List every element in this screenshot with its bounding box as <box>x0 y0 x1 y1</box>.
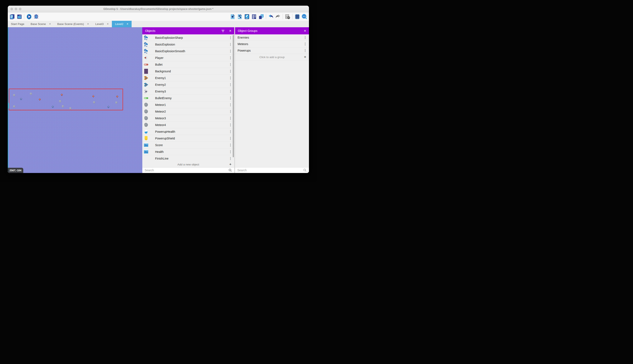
tab-close-icon[interactable]: ✕ <box>87 23 89 25</box>
object-row[interactable]: BulletEnemy ⋮ <box>142 95 234 102</box>
minimize-window-icon[interactable] <box>15 8 17 10</box>
layers-icon[interactable] <box>258 14 264 20</box>
groups-search-input[interactable] <box>237 168 303 172</box>
object-menu-icon[interactable]: ⋮ <box>229 123 232 127</box>
tab-close-icon[interactable]: ✕ <box>49 23 51 25</box>
object-menu-icon[interactable]: ⋮ <box>229 96 232 100</box>
tab-close-icon[interactable]: ✕ <box>107 23 109 25</box>
object-menu-icon[interactable]: ⋮ <box>229 43 232 46</box>
object-row[interactable]: Meteor1 ⋮ <box>142 102 234 108</box>
explosion-icon <box>144 48 149 54</box>
tab[interactable]: Level2 ✕ <box>112 21 132 27</box>
groups-panel-body <box>235 60 309 167</box>
object-row[interactable]: Player ⋮ <box>142 54 234 61</box>
group-row[interactable]: Meteors ⋮ <box>235 41 309 48</box>
close-window-icon[interactable] <box>11 8 13 10</box>
tab-label: Base Scene <box>31 22 46 26</box>
object-menu-icon[interactable]: ⋮ <box>229 150 232 154</box>
object-row[interactable]: Score ⋮ <box>142 142 234 148</box>
redo-icon[interactable] <box>275 14 281 20</box>
group-row[interactable]: Enemies ⋮ <box>235 34 309 41</box>
object-name: Bullet <box>155 63 229 66</box>
object-row[interactable]: BasicExplosionSharp ⋮ <box>142 34 234 41</box>
object-row[interactable]: BasicExplosion ⋮ <box>142 41 234 48</box>
object-menu-icon[interactable]: ⋮ <box>229 157 232 160</box>
object-menu-icon[interactable]: ⋮ <box>229 83 232 86</box>
objects-list: BasicExplosionSharp ⋮ BasicExplosion ⋮ B… <box>142 34 234 162</box>
grid-icon[interactable] <box>294 14 300 20</box>
canvas-object-meteor[interactable] <box>59 100 61 102</box>
object-menu-icon[interactable]: ⋮ <box>229 103 232 106</box>
text-icon <box>144 149 149 154</box>
object-row[interactable]: Bullet ⋮ <box>142 61 234 68</box>
canvas-object-meteor[interactable] <box>69 107 72 110</box>
object-row[interactable]: PowerupShield ⋮ <box>142 135 234 142</box>
objects-editor-icon[interactable] <box>230 14 235 20</box>
zoom-window-icon[interactable] <box>19 8 22 10</box>
object-icon <box>144 156 149 161</box>
object-row[interactable]: Meteor3 ⋮ <box>142 115 234 122</box>
plus-icon: + <box>229 162 231 167</box>
object-groups-editor-icon[interactable] <box>237 14 243 20</box>
object-row[interactable]: FinishLine ⋮ <box>142 155 234 162</box>
object-row[interactable]: PowerupHealth ⋮ <box>142 128 234 135</box>
tab[interactable]: Base Scene (Events) ✕ <box>54 21 92 27</box>
filter-icon[interactable] <box>221 29 225 33</box>
object-row[interactable]: Meteor4 ⋮ <box>142 122 234 128</box>
object-menu-icon[interactable]: ⋮ <box>229 36 232 40</box>
scene-window-icon[interactable] <box>17 14 22 20</box>
object-menu-icon[interactable]: ⋮ <box>229 90 232 93</box>
object-menu-icon[interactable]: ⋮ <box>229 56 232 60</box>
object-menu-icon[interactable]: ⋮ <box>229 50 232 53</box>
objects-scrollbar-thumb[interactable] <box>233 35 234 157</box>
scene-canvas[interactable]: 2567;-104 <box>8 27 142 173</box>
tab[interactable]: Start Page <box>8 21 28 27</box>
object-row[interactable]: Enemy1 ⋮ <box>142 75 234 81</box>
canvas-object-meteor[interactable] <box>93 101 95 104</box>
tab[interactable]: Level3 ✕ <box>92 21 112 27</box>
object-menu-icon[interactable]: ⋮ <box>229 116 232 120</box>
add-group-row[interactable]: Click to add a group + <box>235 54 309 60</box>
debug-icon[interactable] <box>33 14 39 20</box>
tab-close-icon[interactable]: ✕ <box>127 23 128 25</box>
add-group-label: Click to add a group <box>259 56 284 59</box>
properties-icon[interactable] <box>244 14 250 20</box>
undo-icon[interactable] <box>268 14 274 20</box>
object-menu-icon[interactable]: ⋮ <box>229 110 232 113</box>
object-row[interactable]: Enemy3 ⋮ <box>142 88 234 95</box>
tab[interactable]: Base Scene ✕ <box>28 21 54 27</box>
window-mask-icon[interactable] <box>285 14 290 20</box>
canvas-object-meteor[interactable] <box>30 92 32 95</box>
instances-list-icon[interactable] <box>251 14 257 20</box>
close-panel-icon[interactable]: ✕ <box>304 29 306 32</box>
object-row[interactable]: Health ⋮ <box>142 148 234 155</box>
object-menu-icon[interactable]: ⋮ <box>229 130 232 133</box>
object-menu-icon[interactable]: ⋮ <box>229 70 232 73</box>
group-row[interactable]: Powerups ⋮ <box>235 48 309 54</box>
project-manager-icon[interactable] <box>10 14 15 20</box>
zoom-1-1-icon[interactable]: 1:1 <box>301 14 307 20</box>
object-row[interactable]: Meteor2 ⋮ <box>142 108 234 115</box>
group-menu-icon[interactable]: ⋮ <box>303 49 307 52</box>
group-menu-icon[interactable]: ⋮ <box>303 36 307 39</box>
object-name: Meteor4 <box>155 123 229 127</box>
object-name: PowerupShield <box>155 137 229 140</box>
object-row[interactable]: Background ⋮ <box>142 68 234 75</box>
toolbar-divider <box>24 14 24 19</box>
play-icon[interactable] <box>26 14 32 20</box>
object-menu-icon[interactable]: ⋮ <box>229 144 232 147</box>
canvas-object-meteor[interactable] <box>115 101 118 104</box>
object-row[interactable]: BasicExplosionSmooth ⋮ <box>142 48 234 54</box>
canvas-object-meteor[interactable] <box>62 105 64 108</box>
object-menu-icon[interactable]: ⋮ <box>229 76 232 80</box>
canvas-object-meteor[interactable] <box>13 105 15 108</box>
group-menu-icon[interactable]: ⋮ <box>303 42 307 46</box>
objects-search-input[interactable] <box>145 168 229 172</box>
object-menu-icon[interactable]: ⋮ <box>229 63 232 66</box>
canvas-scrollbar-thumb[interactable] <box>8 103 9 108</box>
close-panel-icon[interactable]: ✕ <box>229 29 231 32</box>
add-object-row[interactable]: Add a new object + <box>142 162 234 167</box>
canvas-object-meteor[interactable] <box>13 94 15 96</box>
object-menu-icon[interactable]: ⋮ <box>229 137 232 140</box>
object-row[interactable]: Enemy2 ⋮ <box>142 81 234 88</box>
